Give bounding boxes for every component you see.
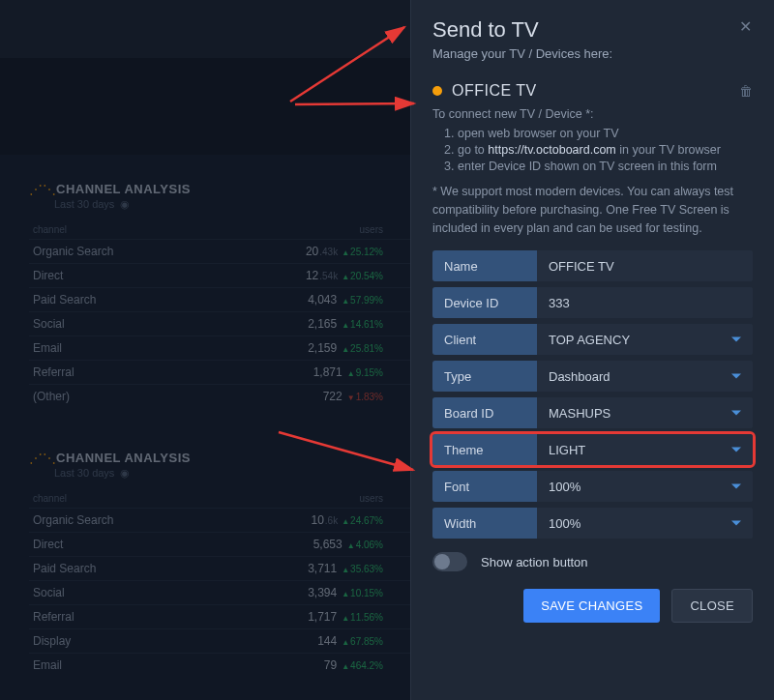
boardid-select[interactable]: MASHUPS — [537, 397, 753, 428]
width-field-row: Width 100% — [432, 508, 753, 539]
instruction-step-1: open web browser on your TV — [458, 127, 753, 140]
instructions-url: https://tv.octoboard.com — [488, 143, 615, 157]
client-label: Client — [432, 324, 537, 355]
width-label: Width — [432, 508, 537, 539]
name-label: Name — [432, 250, 537, 281]
font-label: Font — [432, 471, 537, 502]
theme-select[interactable]: LIGHT — [537, 434, 753, 465]
type-select[interactable]: Dashboard — [537, 361, 753, 392]
theme-field-row: Theme LIGHT — [432, 434, 753, 465]
type-field-row: Type Dashboard — [432, 361, 753, 392]
font-field-row: Font 100% — [432, 471, 753, 502]
deviceid-label: Device ID — [432, 287, 537, 318]
instructions-lead: To connect new TV / Device *: — [432, 107, 594, 121]
device-name: OFFICE TV — [452, 82, 739, 100]
width-select[interactable]: 100% — [537, 508, 753, 539]
close-icon[interactable]: ✕ — [735, 17, 755, 37]
font-select[interactable]: 100% — [537, 471, 753, 502]
status-dot-icon — [432, 86, 442, 96]
deviceid-input[interactable] — [537, 287, 753, 318]
boardid-label: Board ID — [432, 397, 537, 428]
name-field-row: Name — [432, 250, 753, 281]
device-row: OFFICE TV 🗑 — [432, 82, 753, 100]
send-to-tv-modal: ✕ Send to TV Manage your TV / Devices he… — [410, 0, 774, 700]
client-field-row: Client TOP AGENCY — [432, 324, 753, 355]
save-button[interactable]: SAVE CHANGES — [523, 589, 660, 623]
deviceid-field-row: Device ID — [432, 287, 753, 318]
close-button[interactable]: CLOSE — [671, 589, 753, 623]
modal-subtitle: Manage your TV / Devices here: — [432, 46, 753, 61]
theme-label: Theme — [432, 434, 537, 465]
action-button-toggle[interactable] — [432, 552, 467, 571]
type-label: Type — [432, 361, 537, 392]
boardid-field-row: Board ID MASHUPS — [432, 397, 753, 428]
trash-icon[interactable]: 🗑 — [739, 83, 753, 99]
toggle-row: Show action button — [432, 552, 753, 571]
instruction-step-2: go to https://tv.octoboard.com in your T… — [458, 143, 753, 157]
support-note: * We support most modern devices. You ca… — [432, 183, 753, 237]
name-input[interactable] — [537, 250, 753, 281]
instruction-step-3: enter Device ID shown on TV screen in th… — [458, 160, 753, 173]
modal-title: Send to TV — [432, 17, 753, 43]
client-select[interactable]: TOP AGENCY — [537, 324, 753, 355]
toggle-label: Show action button — [481, 555, 588, 569]
instructions-block: To connect new TV / Device *: open web b… — [432, 107, 753, 173]
